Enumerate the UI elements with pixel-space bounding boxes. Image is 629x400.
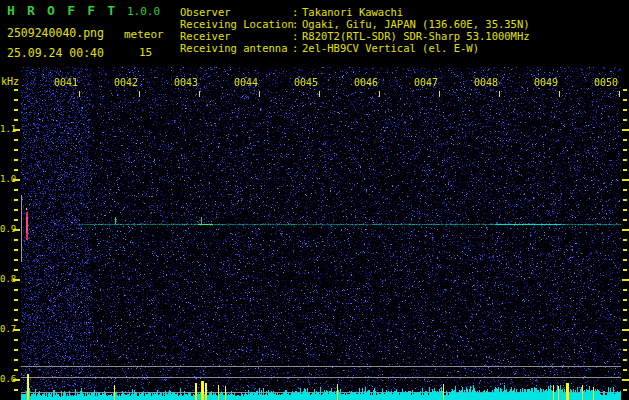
freq-minor-tick-right: [623, 319, 627, 321]
freq-minor-tick-left: [14, 349, 18, 351]
info-row: Receiving antenna:2el-HB9CV Vertical (el…: [180, 42, 530, 54]
time-tick-mark: [319, 91, 320, 97]
freq-minor-tick-left: [14, 239, 18, 241]
freq-major-tick-left: [13, 329, 20, 331]
freq-minor-tick-right: [623, 259, 627, 261]
info-colon: :: [292, 42, 302, 54]
info-label: Receiving antenna: [180, 42, 292, 54]
freq-minor-tick-left: [14, 309, 18, 311]
time-tick-mark: [499, 91, 500, 97]
time-tick-mark: [439, 91, 440, 97]
output-filename: 2509240040.png: [7, 26, 104, 40]
time-tick-label: 0046: [352, 77, 378, 88]
freq-major-tick-left: [13, 379, 20, 381]
app-title: H R O F F T: [7, 3, 117, 18]
freq-minor-tick-right: [623, 99, 627, 101]
freq-minor-tick-right: [623, 139, 627, 141]
freq-minor-tick-left: [14, 139, 18, 141]
time-tick-mark: [559, 91, 560, 97]
freq-minor-tick-right: [623, 209, 627, 211]
info-label: Observer: [180, 6, 292, 18]
freq-minor-tick-left: [14, 89, 18, 91]
freq-minor-tick-right: [623, 89, 627, 91]
freq-major-tick-left: [13, 179, 20, 181]
time-tick-label: 0041: [52, 77, 78, 88]
freq-tick-label: 1.0: [0, 174, 14, 184]
freq-minor-tick-right: [623, 149, 627, 151]
freq-minor-tick-right: [623, 219, 627, 221]
time-tick-label: 0047: [412, 77, 438, 88]
station-info-block: Observer:Takanori KawachiReceiving Locat…: [180, 6, 530, 54]
freq-minor-tick-right: [623, 389, 627, 391]
freq-major-tick-right: [622, 129, 629, 131]
freq-minor-tick-right: [623, 199, 627, 201]
info-label: Receiving Location: [180, 18, 292, 30]
freq-minor-tick-right: [623, 119, 627, 121]
info-label: Receiver: [180, 30, 292, 42]
freq-major-tick-right: [622, 379, 629, 381]
freq-minor-tick-left: [14, 389, 18, 391]
spectrogram-plot: [21, 67, 621, 400]
info-value: Ogaki, Gifu, JAPAN (136.60E, 35.35N): [302, 18, 530, 30]
time-tick-mark: [139, 91, 140, 97]
freq-minor-tick-right: [623, 299, 627, 301]
time-tick-label: 0050: [592, 77, 618, 88]
freq-major-tick-left: [13, 229, 20, 231]
freq-major-tick-right: [622, 179, 629, 181]
freq-tick-label: 0.7: [0, 324, 14, 334]
info-row: Receiving Location:Ogaki, Gifu, JAPAN (1…: [180, 18, 530, 30]
freq-minor-tick-left: [14, 119, 18, 121]
freq-minor-tick-left: [14, 99, 18, 101]
freq-minor-tick-left: [14, 209, 18, 211]
freq-minor-tick-left: [14, 299, 18, 301]
freq-minor-tick-left: [14, 339, 18, 341]
freq-tick-label: 1.1: [0, 124, 14, 134]
info-value: 2el-HB9CV Vertical (el. E-W): [302, 42, 479, 54]
freq-minor-tick-left: [14, 199, 18, 201]
time-tick-mark: [199, 91, 200, 97]
time-tick-label: 0048: [472, 77, 498, 88]
freq-minor-tick-right: [623, 339, 627, 341]
freq-minor-tick-left: [14, 169, 18, 171]
info-value: Takanori Kawachi: [302, 6, 403, 18]
freq-minor-tick-right: [623, 169, 627, 171]
hrofft-output-image: H R O F F T 1.0.0 2509240040.png meteor …: [0, 0, 629, 400]
freq-minor-tick-left: [14, 189, 18, 191]
freq-major-tick-right: [622, 229, 629, 231]
freq-tick-label: 0.9: [0, 224, 14, 234]
info-colon: :: [292, 6, 302, 18]
freq-minor-tick-left: [14, 269, 18, 271]
freq-minor-tick-right: [623, 369, 627, 371]
freq-major-tick-left: [13, 279, 20, 281]
freq-minor-tick-left: [14, 109, 18, 111]
freq-minor-tick-left: [14, 289, 18, 291]
freq-tick-label: 0.6: [0, 374, 14, 384]
freq-minor-tick-left: [14, 319, 18, 321]
freq-minor-tick-right: [623, 159, 627, 161]
freq-minor-tick-right: [623, 239, 627, 241]
freq-minor-tick-right: [623, 109, 627, 111]
freq-minor-tick-right: [623, 349, 627, 351]
freq-axis-unit-label: kHz: [1, 76, 19, 87]
info-value: R820T2(RTL-SDR) SDR-Sharp 53.1000MHz: [302, 30, 530, 42]
info-colon: :: [292, 18, 302, 30]
time-tick-mark: [259, 91, 260, 97]
meteor-count: 15: [139, 46, 152, 59]
mode-label: meteor: [124, 28, 164, 41]
freq-minor-tick-right: [623, 269, 627, 271]
time-tick-label: 0044: [232, 77, 258, 88]
time-tick-mark: [79, 91, 80, 97]
time-tick-mark: [379, 91, 380, 97]
freq-minor-tick-left: [14, 359, 18, 361]
freq-major-tick-right: [622, 329, 629, 331]
freq-minor-tick-left: [14, 249, 18, 251]
time-tick-label: 0042: [112, 77, 138, 88]
freq-minor-tick-left: [14, 259, 18, 261]
time-tick-label: 0049: [532, 77, 558, 88]
freq-minor-tick-left: [14, 219, 18, 221]
freq-minor-tick-right: [623, 289, 627, 291]
freq-minor-tick-right: [623, 249, 627, 251]
info-row: Observer:Takanori Kawachi: [180, 6, 530, 18]
time-tick-label: 0043: [172, 77, 198, 88]
info-row: Receiver:R820T2(RTL-SDR) SDR-Sharp 53.10…: [180, 30, 530, 42]
